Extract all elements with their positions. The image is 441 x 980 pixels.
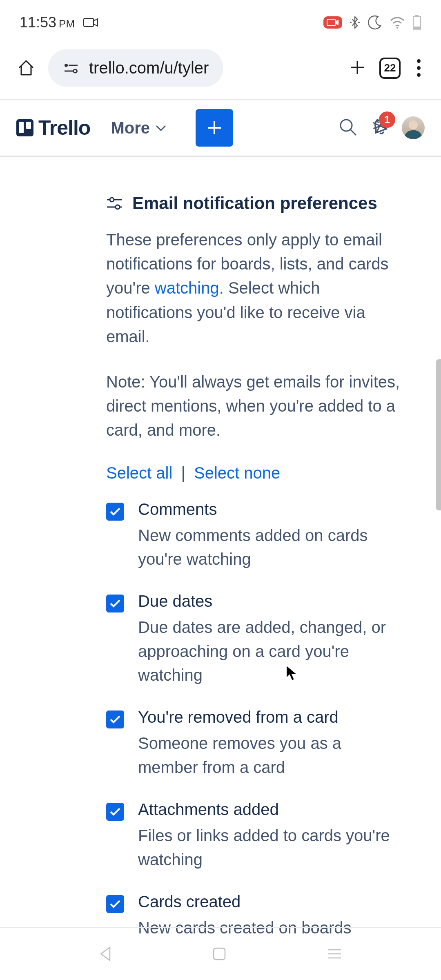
section-header: Email notification preferences bbox=[106, 194, 404, 213]
new-tab-icon[interactable] bbox=[347, 58, 367, 79]
pref-desc: Due dates are added, changed, or approac… bbox=[138, 615, 404, 687]
checkbox-attachments[interactable] bbox=[106, 803, 124, 821]
pref-comments: Comments New comments added on cards you… bbox=[106, 500, 404, 571]
pref-desc: Someone removes you as a member from a c… bbox=[138, 731, 404, 779]
pref-removed: You're removed from a card Someone remov… bbox=[106, 708, 404, 779]
app-header: Trello More 1 bbox=[0, 100, 441, 156]
svg-rect-0 bbox=[84, 18, 94, 27]
browser-toolbar: trello.com/u/tyler 22 bbox=[0, 41, 441, 99]
svg-rect-16 bbox=[19, 122, 24, 133]
checkbox-comments[interactable] bbox=[106, 503, 124, 521]
checkbox-cards-created[interactable] bbox=[106, 895, 124, 913]
svg-rect-17 bbox=[26, 122, 31, 129]
pref-title: Attachments added bbox=[138, 800, 404, 819]
pref-title: You're removed from a card bbox=[138, 708, 404, 726]
svg-rect-1 bbox=[327, 19, 335, 26]
home-nav-icon[interactable] bbox=[211, 946, 227, 962]
svg-point-25 bbox=[116, 205, 120, 209]
svg-point-10 bbox=[74, 69, 77, 73]
chevron-down-icon bbox=[155, 124, 167, 132]
svg-point-3 bbox=[358, 22, 360, 23]
browser-menu-icon[interactable] bbox=[413, 59, 425, 77]
select-all-link[interactable]: Select all bbox=[106, 464, 172, 482]
svg-rect-26 bbox=[214, 948, 225, 960]
section-description: These preferences only apply to email no… bbox=[106, 228, 404, 349]
section-note: Note: You'll always get emails for invit… bbox=[106, 370, 404, 443]
svg-point-8 bbox=[65, 64, 68, 67]
pref-desc: Files or links added to cards you're wat… bbox=[138, 824, 404, 871]
svg-point-20 bbox=[341, 120, 352, 131]
pref-title: Due dates bbox=[138, 592, 404, 610]
pref-desc: New comments added on cards you're watch… bbox=[138, 523, 404, 571]
status-bar: 11:53PM bbox=[0, 0, 441, 41]
tab-switcher[interactable]: 22 bbox=[379, 58, 401, 79]
more-label: More bbox=[111, 119, 150, 137]
trello-wordmark: Trello bbox=[38, 116, 90, 140]
url-bar[interactable]: trello.com/u/tyler bbox=[48, 49, 223, 87]
pref-title: Cards created bbox=[138, 893, 404, 911]
svg-rect-7 bbox=[414, 27, 420, 29]
recents-icon[interactable] bbox=[326, 947, 343, 960]
plus-icon bbox=[205, 119, 223, 137]
checkbox-removed[interactable] bbox=[106, 710, 124, 728]
sliders-icon bbox=[106, 196, 122, 210]
back-icon[interactable] bbox=[98, 946, 112, 962]
bluetooth-icon bbox=[350, 16, 360, 29]
main-content: Email notification preferences These pre… bbox=[0, 157, 441, 940]
status-time: 11:53PM bbox=[20, 14, 75, 31]
notification-badge: 1 bbox=[379, 111, 395, 128]
select-links: Select all | Select none bbox=[106, 464, 404, 482]
trello-logo[interactable]: Trello bbox=[16, 116, 90, 140]
select-none-link[interactable]: Select none bbox=[194, 464, 280, 482]
system-nav-bar bbox=[0, 927, 441, 980]
svg-point-4 bbox=[396, 27, 398, 29]
home-icon[interactable] bbox=[16, 58, 36, 79]
wifi-icon bbox=[390, 16, 405, 29]
url-text: trello.com/u/tyler bbox=[89, 59, 209, 77]
svg-line-21 bbox=[351, 130, 356, 135]
recording-badge-icon bbox=[323, 16, 342, 29]
section-title: Email notification preferences bbox=[132, 194, 377, 213]
create-button[interactable] bbox=[196, 109, 233, 147]
pref-due-dates: Due dates Due dates are added, changed, … bbox=[106, 592, 404, 687]
more-menu-button[interactable]: More bbox=[111, 119, 167, 137]
separator: | bbox=[181, 464, 185, 482]
site-settings-icon bbox=[63, 62, 79, 74]
dnd-moon-icon bbox=[368, 15, 382, 30]
scroll-indicator[interactable] bbox=[436, 359, 441, 510]
pref-attachments: Attachments added Files or links added t… bbox=[106, 800, 404, 871]
notifications-button[interactable]: 1 bbox=[370, 117, 390, 138]
search-icon[interactable] bbox=[338, 117, 358, 138]
video-call-icon bbox=[83, 17, 98, 28]
watching-link[interactable]: watching bbox=[155, 279, 219, 297]
battery-icon bbox=[412, 15, 421, 30]
svg-point-23 bbox=[110, 198, 114, 202]
avatar[interactable] bbox=[402, 116, 425, 139]
checkbox-due-dates[interactable] bbox=[106, 595, 124, 612]
pref-title: Comments bbox=[138, 500, 404, 519]
svg-point-2 bbox=[350, 22, 352, 23]
